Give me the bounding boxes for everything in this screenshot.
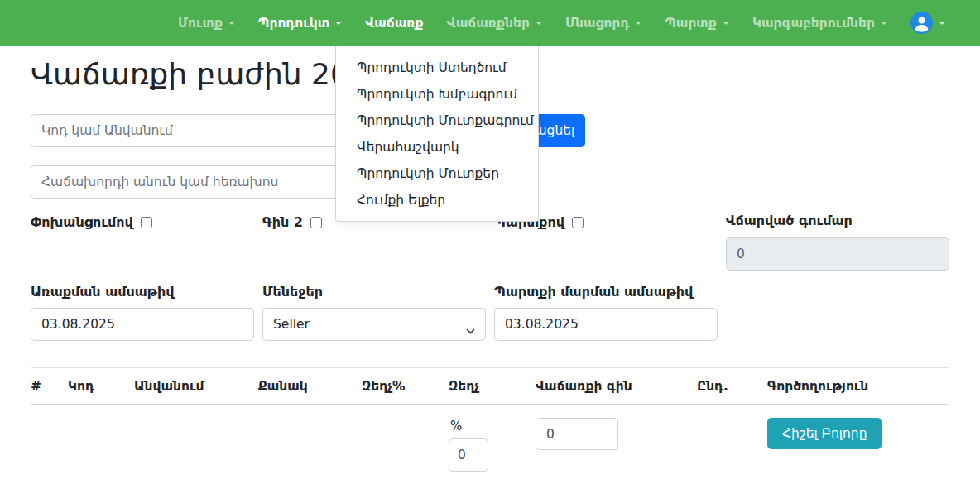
filter-checkbox[interactable] xyxy=(310,217,322,228)
table-header-cell: Կոդ xyxy=(68,368,134,405)
manager-select[interactable]: Seller xyxy=(262,308,486,341)
nav-item-label: Մնացորդ xyxy=(565,16,629,31)
sale-items-table: # Կոդ Անվանում Քանակ Զեղչ% Զեղչ Վաճառքի … xyxy=(31,367,949,472)
chevron-down-icon xyxy=(881,22,887,25)
nav-item-label: Մուտք xyxy=(178,16,223,31)
discount-input[interactable] xyxy=(449,438,488,472)
nav-item[interactable]: Մնացորդ xyxy=(554,0,653,46)
manager-label: Մենեջեր xyxy=(262,284,486,299)
table-header-cell: Զեղչ% xyxy=(362,368,449,405)
debt-due-date-input[interactable] xyxy=(494,308,718,341)
save-all-button[interactable]: Հիշել Բոլորը xyxy=(767,418,882,449)
chevron-down-icon xyxy=(723,22,729,25)
nav-item-label: Վաճառքներ xyxy=(447,16,530,31)
chevron-down-icon xyxy=(228,22,235,25)
table-header-cell: Քանակ xyxy=(258,368,362,405)
sale-price-input[interactable] xyxy=(536,418,618,450)
paid-amount-label: Վճարված գումար xyxy=(726,213,949,228)
user-icon xyxy=(910,12,933,34)
dropdown-item[interactable]: Վերահաշվարկ xyxy=(336,134,538,160)
table-header-cell: Զեղչ xyxy=(449,368,536,405)
action-cell: Հիշել Բոլորը xyxy=(767,405,949,472)
dropdown-item[interactable]: Պրոդուկտի Խմբագրում xyxy=(336,81,538,108)
top-navbar: Մուտք Պրոդուկտ Վաճառք Վաճառքներ Մնացորդ xyxy=(0,0,980,46)
table-footer-row: % Հիշել Բոլորը xyxy=(31,405,949,472)
dates-row: Առաքման ամսաթիվ Մենեջեր Seller Պարտքի մա… xyxy=(31,284,949,341)
table-header-row: # Կոդ Անվանում Քանակ Զեղչ% Զեղչ Վաճառքի … xyxy=(31,368,949,405)
nav-item[interactable]: Վաճառք xyxy=(353,0,435,46)
paid-amount-input xyxy=(726,237,949,271)
dropdown-item[interactable]: Պրոդուկտի Ստեղծում xyxy=(336,55,538,81)
table-header-cell: Գործողություն xyxy=(767,368,949,405)
chevron-down-icon xyxy=(536,22,542,25)
nav-item[interactable]: Պրոդուկտ xyxy=(247,0,353,46)
manager-select-value: Seller xyxy=(262,308,486,341)
nav-item[interactable]: Մուտք xyxy=(166,0,247,46)
product-dropdown-menu: Պրոդուկտի Ստեղծում Պրոդուկտի Խմբագրում Պ… xyxy=(335,46,539,222)
table-header-cell: Անվանում xyxy=(134,368,258,405)
nav-item-label: Վաճառք xyxy=(365,16,423,31)
nav-item[interactable]: Վաճառքներ xyxy=(435,0,554,46)
delivery-date-input[interactable] xyxy=(31,308,254,341)
filter-checkbox[interactable] xyxy=(141,217,152,228)
chevron-down-icon xyxy=(335,22,342,25)
nav-menu: Մուտք Պրոդուկտ Վաճառք Վաճառքներ Մնացորդ xyxy=(166,0,899,46)
nav-item-label: Պրոդուկտ xyxy=(258,16,329,31)
debt-due-date-field: Պարտքի մարման ամսաթիվ xyxy=(494,284,718,341)
percent-label: % xyxy=(450,419,532,433)
table-header-cell: Վաճառքի գին xyxy=(536,368,697,405)
filter-checkbox-group[interactable]: Փոխանցումով xyxy=(31,213,254,230)
user-menu-toggle[interactable] xyxy=(899,12,950,34)
nav-item-label: Պարտք xyxy=(665,16,716,31)
chevron-down-icon xyxy=(635,22,641,25)
nav-item-label: Կարգաբերումներ xyxy=(752,16,875,31)
nav-item[interactable]: Պարտք xyxy=(653,0,740,46)
price-cell xyxy=(536,405,697,472)
table-header-cell: # xyxy=(31,368,68,405)
nav-item[interactable]: Կարգաբերումներ xyxy=(741,0,899,46)
chevron-down-icon xyxy=(939,22,945,25)
delivery-date-field: Առաքման ամսաթիվ xyxy=(31,284,254,341)
dropdown-item[interactable]: Հումքի Ելքեր xyxy=(336,187,538,213)
delivery-date-label: Առաքման ամսաթիվ xyxy=(31,284,254,299)
debt-due-date-label: Պարտքի մարման ամսաթիվ xyxy=(494,284,718,299)
table-header-cell: Ընդ. xyxy=(697,368,767,405)
manager-field: Մենեջեր Seller xyxy=(262,284,486,341)
checkbox-label: Գին 2 xyxy=(262,214,303,230)
dropdown-item[interactable]: Պրոդուկտի Մուտքեր xyxy=(336,160,538,187)
checkbox-label: Փոխանցումով xyxy=(31,214,133,230)
paid-amount-field: Վճարված գումար xyxy=(726,213,949,271)
filter-checkbox[interactable] xyxy=(572,217,584,228)
dropdown-item[interactable]: Պրոդուկտի Մուտքագրում xyxy=(336,108,538,134)
discount-cell: % xyxy=(449,405,536,472)
